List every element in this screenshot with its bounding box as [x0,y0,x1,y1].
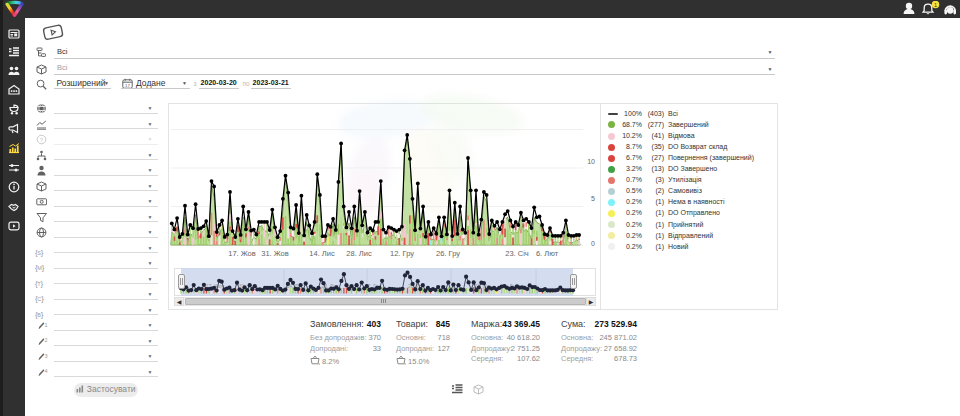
svg-text:x: x [404,360,406,364]
svg-text:x: x [318,360,320,364]
